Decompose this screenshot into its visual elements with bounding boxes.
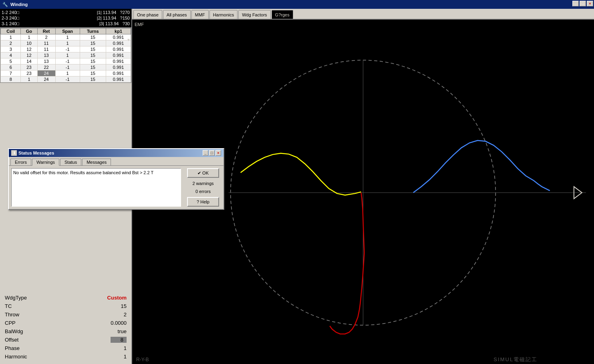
info-phase: Phase 1: [5, 344, 127, 352]
cell-go-7: 23: [21, 70, 37, 76]
cell-span-4: 1: [55, 52, 80, 58]
cell-coil-2: 2: [1, 40, 21, 46]
cell-coil-3: 3: [1, 46, 21, 52]
table-row[interactable]: 31211-1150.991: [1, 46, 131, 52]
dialog-message-text: No valid offset for this motor. Results …: [13, 170, 153, 175]
title-bar-text: Winding: [10, 2, 28, 7]
table-row[interactable]: 412131150.991: [1, 52, 131, 58]
cell-go-1: 1: [21, 34, 37, 40]
dialog-maximize-btn[interactable]: □: [209, 150, 215, 156]
info-harmonic: Harmonic 1: [5, 352, 127, 361]
dialog-tab-status[interactable]: Status: [60, 159, 81, 165]
value-harmonic: 1: [124, 354, 127, 360]
dialog-close-btn[interactable]: ×: [215, 150, 221, 156]
cell-span-2: 1: [55, 40, 80, 46]
cell-go-6: 23: [21, 64, 37, 70]
title-bar: 🔧 Winding _ □ ×: [0, 0, 594, 9]
cell-coil-8: 8: [1, 76, 21, 82]
table-row[interactable]: 51413-1150.991: [1, 58, 131, 64]
winding-phase-1: |1| 113.94 ?270: [97, 10, 130, 15]
value-cpp: 0.0000: [111, 320, 127, 326]
cell-span-6: -1: [55, 64, 80, 70]
cell-ret-4: 13: [37, 52, 55, 58]
dialog-tab-errors[interactable]: Errors: [10, 159, 31, 165]
cell-kp1-6: 0.991: [106, 64, 131, 70]
minimize-button[interactable]: _: [572, 1, 579, 6]
cell-span-7: 1: [55, 70, 80, 76]
value-throw: 2: [124, 312, 127, 318]
cell-coil-1: 1: [1, 34, 21, 40]
winding-item-3[interactable]: 3-1 240□ |3| 113.94 ?30: [2, 21, 130, 26]
cell-ret-7: 24: [37, 70, 55, 76]
cell-kp1-5: 0.991: [106, 58, 131, 64]
cell-ret-5: 13: [37, 58, 55, 64]
dialog-right-panel: ✔ OK 2 warnings 0 errors ? Help: [185, 168, 221, 207]
tab-mmf[interactable]: MMF: [191, 10, 209, 19]
dialog-tab-warnings[interactable]: Warnings: [32, 159, 59, 166]
value-wdgtype: Custom: [107, 295, 127, 301]
ok-button[interactable]: ✔ OK: [187, 168, 219, 178]
tab-gorges[interactable]: G?rges: [272, 10, 293, 19]
winding-item-1[interactable]: 1-2 240□ |1| 113.94 ?270: [2, 10, 130, 15]
label-cpp: CPP: [5, 320, 16, 326]
cell-go-2: 10: [21, 40, 37, 46]
scroll-down-arrow[interactable]: ▼: [127, 38, 131, 42]
tab-all-phases[interactable]: All phases: [163, 10, 191, 19]
tab-one-phase[interactable]: One phase: [133, 10, 162, 19]
cell-kp1-3: 0.991: [106, 46, 131, 52]
col-header-kp1: kp1: [106, 28, 131, 34]
table-row[interactable]: 62322-1150.991: [1, 64, 131, 70]
app-icon: 🔧: [2, 2, 8, 7]
dialog-title-bar: ℹ Status Messages _ □ ×: [9, 149, 224, 157]
cell-turns-2: 15: [80, 40, 106, 46]
winding-item-2[interactable]: 2-3 240□ |2| 113.94 ?150: [2, 15, 130, 21]
cell-turns-7: 15: [80, 70, 106, 76]
value-offset: 8: [111, 337, 127, 343]
title-bar-controls: _ □ ×: [572, 1, 593, 6]
coil-table-container: Coil Go Ret Span Turns kp1 1121150.99121…: [0, 28, 131, 83]
dialog-tab-messages[interactable]: Messages: [82, 159, 111, 165]
dialog-tabs: Errors Warnings Status Messages: [9, 157, 224, 165]
cell-kp1-8: 0.991: [106, 76, 131, 82]
cell-span-3: -1: [55, 46, 80, 52]
info-tc: TC 15: [5, 302, 127, 310]
table-row[interactable]: 8124-1150.991: [1, 76, 131, 82]
cell-ret-2: 11: [37, 40, 55, 46]
info-throw: Throw 2: [5, 310, 127, 319]
winding-label-2: 2-3 240□: [2, 16, 19, 20]
dialog-message-box: No valid offset for this motor. Results …: [11, 168, 181, 207]
col-header-go: Go: [21, 28, 37, 34]
maximize-button[interactable]: □: [580, 1, 586, 6]
cell-go-4: 12: [21, 52, 37, 58]
tab-bar: One phase All phases MMF Harmonics Wdg F…: [132, 9, 594, 20]
cell-ret-3: 11: [37, 46, 55, 52]
cell-go-3: 12: [21, 46, 37, 52]
dialog-overlay: ℹ Status Messages _ □ × Errors Warnings …: [8, 148, 224, 210]
help-button[interactable]: ? Help: [187, 197, 219, 207]
table-row[interactable]: 1121150.991: [1, 34, 131, 40]
label-phase: Phase: [5, 345, 20, 351]
dialog-title-controls: _ □ ×: [203, 150, 221, 156]
cell-coil-7: 7: [1, 70, 21, 76]
dialog-minimize-btn[interactable]: _: [203, 150, 208, 156]
label-harmonic: Harmonic: [5, 354, 27, 360]
tab-wdg-factors[interactable]: Wdg Factors: [238, 10, 270, 19]
cell-turns-6: 15: [80, 64, 106, 70]
cell-span-8: -1: [55, 76, 80, 82]
table-row[interactable]: 723241150.991: [1, 70, 131, 76]
label-balwdg: BalWdg: [5, 328, 23, 334]
close-button[interactable]: ×: [587, 1, 593, 6]
winding-phase-3: |3| 113.94 ?30: [99, 21, 130, 26]
label-tc: TC: [5, 303, 12, 309]
cell-span-1: 1: [55, 34, 80, 40]
col-header-ret: Ret: [37, 28, 55, 34]
error-count: 0 errors: [195, 189, 211, 194]
cell-span-5: -1: [55, 58, 80, 64]
cell-coil-5: 5: [1, 58, 21, 64]
tab-harmonics[interactable]: Harmonics: [209, 10, 238, 19]
winding-label-3: 3-1 240□: [2, 21, 19, 26]
cell-go-8: 1: [21, 76, 37, 82]
table-row[interactable]: 210111150.991: [1, 40, 131, 46]
winding-label-1: 1-2 240□: [2, 10, 19, 15]
info-cpp: CPP 0.0000: [5, 319, 127, 327]
